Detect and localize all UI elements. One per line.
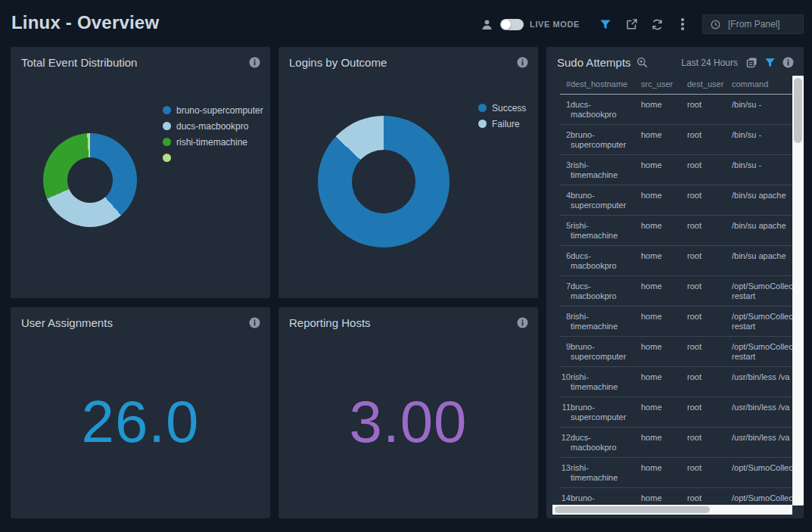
legend-item[interactable]: Failure: [478, 120, 526, 128]
single-value-user-assignments: 26.0: [82, 387, 200, 456]
legend-swatch: [478, 120, 487, 128]
share-icon[interactable]: [622, 15, 640, 33]
legend-label: ducs-macbookpro: [176, 121, 248, 132]
column-header-src_user[interactable]: src_user: [641, 76, 687, 95]
cell-cmd: /opt/SumoCollec restart: [732, 337, 792, 367]
cell-dst: root: [687, 185, 732, 216]
live-mode-label: LIVE MODE: [530, 20, 580, 29]
time-range-selector[interactable]: [From Panel]: [702, 14, 804, 34]
cell-dst: root: [687, 246, 732, 276]
table-row[interactable]: 13rishi-timemachinehomeroot/opt/SumoColl…: [560, 458, 792, 488]
info-icon[interactable]: [249, 57, 260, 68]
cell-src: home: [641, 428, 687, 458]
cell-dst: root: [687, 458, 732, 488]
cell-host: rishi-timemachine: [571, 155, 641, 185]
column-header-dest_user[interactable]: dest_user: [687, 76, 732, 95]
search-zoom-icon[interactable]: [636, 57, 648, 68]
filter-icon[interactable]: [764, 57, 776, 68]
cell-host: ducs-macbookpro: [571, 276, 641, 306]
cell-cmd: /bin/su -: [732, 95, 792, 125]
cell-src: home: [641, 488, 687, 504]
table-row[interactable]: 9bruno-supercomputerhomeroot/opt/SumoCol…: [560, 337, 792, 367]
donut-chart-total-events[interactable]: [43, 133, 137, 227]
legend-item[interactable]: bruno-supercomputer: [163, 106, 263, 114]
cell-host: rishi-timemachine: [571, 367, 641, 397]
table-row[interactable]: 4bruno-supercomputerhomeroot/bin/su apac…: [560, 185, 792, 216]
cell-dst: root: [687, 125, 732, 155]
legend-swatch: [163, 138, 171, 146]
column-header-command[interactable]: command: [732, 76, 792, 95]
table-header-row: #dest_hostnamesrc_userdest_usercommand: [560, 76, 792, 95]
info-icon[interactable]: [782, 57, 794, 68]
sudo-table-viewport: #dest_hostnamesrc_userdest_usercommand 1…: [560, 76, 792, 503]
cell-cmd: /bin/su apache: [732, 246, 792, 276]
cell-host: bruno-supercomputer: [571, 337, 641, 367]
table-row[interactable]: 5rishi-timemachinehomeroot/bin/su apache: [560, 216, 792, 246]
cell-cmd: /bin/su -: [732, 155, 792, 185]
legend-item[interactable]: ducs-macbookpro: [163, 122, 263, 130]
table-row[interactable]: 7ducs-macbookprohomeroot/opt/SumoCollec …: [560, 276, 792, 306]
vertical-scrollbar[interactable]: [792, 76, 804, 506]
cell-cmd: /usr/bin/less /va: [732, 397, 792, 428]
cell-num: 13: [560, 458, 571, 488]
panel-title: Total Event Distribution: [21, 56, 137, 69]
table-row[interactable]: 8rishi-timemachinehomeroot/opt/SumoColle…: [560, 306, 792, 337]
vertical-scrollbar-thumb[interactable]: [794, 78, 802, 143]
panel-sudo-attempts: Sudo Attempts Last 24 Hours #dest_hostna…: [546, 47, 804, 518]
legend-swatch: [478, 104, 487, 112]
cell-src: home: [641, 216, 687, 246]
cell-src: home: [641, 95, 687, 125]
table-row[interactable]: 3rishi-timemachinehomeroot/bin/su -: [560, 155, 792, 185]
column-header-dest_hostname[interactable]: dest_hostname: [571, 76, 641, 95]
cell-src: home: [641, 185, 687, 216]
legend-label: Success: [492, 103, 526, 114]
table-row[interactable]: 10rishi-timemachinehomeroot/usr/bin/less…: [560, 367, 792, 397]
table-row[interactable]: 2bruno-supercomputerhomeroot/bin/su -: [560, 125, 792, 155]
cell-src: home: [641, 458, 687, 488]
cell-src: home: [641, 155, 687, 185]
legend-swatch: [163, 106, 171, 114]
cell-num: 12: [560, 428, 571, 458]
table-row[interactable]: 11bruno-supercomputerhomeroot/usr/bin/le…: [560, 397, 792, 428]
user-icon[interactable]: [478, 15, 496, 33]
sudo-table-body: 1ducs-macbookprohomeroot/bin/su -2bruno-…: [560, 95, 792, 504]
panel-logins-by-outcome: Logins by Outcome SuccessFailure: [278, 47, 538, 298]
panel-title: Logins by Outcome: [289, 56, 387, 69]
legend-item[interactable]: Success: [478, 104, 526, 112]
more-menu-icon[interactable]: [674, 18, 692, 30]
table-row[interactable]: 14bruno-supercomputerhomeroot/opt/SumoCo…: [560, 488, 792, 504]
refresh-icon[interactable]: [648, 15, 666, 33]
cell-host: rishi-timemachine: [571, 458, 641, 488]
cell-dst: root: [687, 95, 732, 125]
panel-user-assignments: User Assignments 26.0: [11, 307, 270, 518]
cell-host: ducs-macbookpro: [571, 246, 641, 276]
legend-item[interactable]: rishi-timemachine: [163, 138, 263, 146]
donut-chart-logins[interactable]: [318, 116, 450, 247]
copy-icon[interactable]: [746, 57, 758, 68]
cell-host: bruno-supercomputer: [571, 185, 641, 216]
info-icon[interactable]: [517, 57, 528, 68]
column-header-num[interactable]: #: [560, 76, 571, 95]
legend-swatch: [163, 122, 171, 130]
cell-src: home: [641, 125, 687, 155]
cell-dst: root: [687, 306, 732, 337]
panel-total-event-distribution: Total Event Distribution bruno-supercomp…: [11, 47, 270, 298]
cell-host: ducs-macbookpro: [571, 95, 641, 125]
filter-icon[interactable]: [596, 15, 614, 33]
legend-swatch: [163, 154, 171, 162]
cell-src: home: [641, 246, 687, 276]
toggle-knob: [501, 20, 511, 30]
horizontal-scrollbar-thumb[interactable]: [555, 506, 710, 513]
table-row[interactable]: 1ducs-macbookprohomeroot/bin/su -: [560, 95, 792, 125]
table-row[interactable]: 12ducs-macbookprohomeroot/usr/bin/less /…: [560, 428, 792, 458]
cell-cmd: /usr/bin/less /va: [732, 428, 792, 458]
live-mode-toggle[interactable]: [500, 19, 524, 30]
horizontal-scrollbar[interactable]: [552, 505, 792, 515]
cell-cmd: /opt/SumoCollec restart: [732, 276, 792, 306]
legend-item[interactable]: [163, 154, 263, 162]
cell-host: bruno-supercomputer: [571, 397, 641, 428]
cell-cmd: /opt/SumoCollec restart: [732, 306, 792, 337]
table-row[interactable]: 6ducs-macbookprohomeroot/bin/su apache: [560, 246, 792, 276]
legend-label: Failure: [492, 119, 520, 129]
sudo-table: #dest_hostnamesrc_userdest_usercommand 1…: [560, 76, 792, 503]
